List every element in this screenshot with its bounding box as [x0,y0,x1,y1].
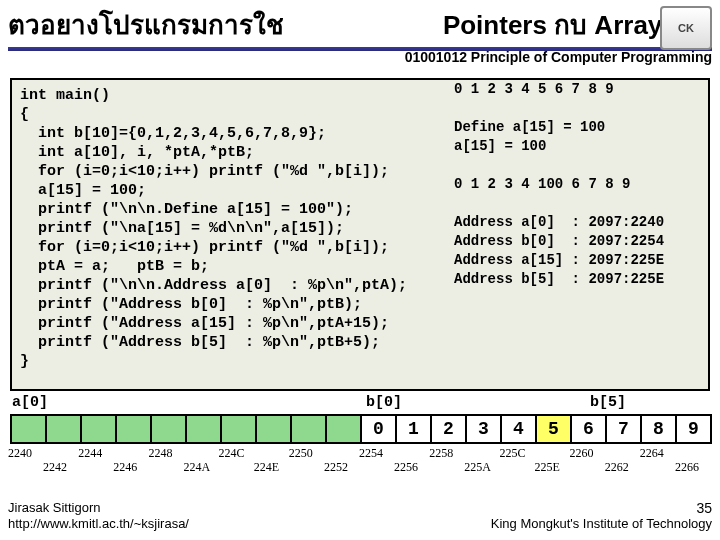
memory-cell: 4 [500,414,535,444]
memory-cell [45,414,80,444]
memory-cell [255,414,290,444]
footer-left: Jirasak Sittigorn http://www.kmitl.ac.th… [8,500,189,532]
address-label: 2264 [640,446,664,461]
address-label: 225C [499,446,525,461]
memory-cell [150,414,185,444]
author-url: http://www.kmitl.ac.th/~ksjirasa/ [8,516,189,532]
label-b5: b[5] [590,394,626,411]
memory-cell: 1 [395,414,430,444]
label-a0: a[0] [12,394,48,411]
address-label: 224E [254,460,279,475]
footer-right: 35 King Mongkut's Institute of Technolog… [491,500,712,532]
address-label: 2240 [8,446,32,461]
address-label: 2260 [570,446,594,461]
memory-cell [220,414,255,444]
address-label: 2246 [113,460,137,475]
memory-cell [115,414,150,444]
memory-cell: 5 [535,414,570,444]
memory-cell [325,414,360,444]
memory-cell: 7 [605,414,640,444]
memory-cell: 8 [640,414,675,444]
address-label: 2242 [43,460,67,475]
address-label: 2250 [289,446,313,461]
memory-cell [185,414,220,444]
course-code: 01001012 Principle of Computer Programmi… [0,49,720,65]
memory-cell [10,414,45,444]
author-name: Jirasak Sittigorn [8,500,189,516]
memory-row: 0123456789 [10,414,712,444]
logo-badge: CK [660,6,712,50]
memory-cell: 3 [465,414,500,444]
address-label: 224A [184,460,211,475]
memory-cell: 9 [675,414,712,444]
address-label: 2244 [78,446,102,461]
memory-cell [80,414,115,444]
title-right-main: Pointers กบ Arrays [443,10,677,40]
address-label: 2252 [324,460,348,475]
memory-cell: 0 [360,414,395,444]
label-b0: b[0] [366,394,402,411]
title-left: ตวอยางโปรแกรมการใช [8,4,284,45]
address-label: 2266 [675,460,699,475]
address-label: 2256 [394,460,418,475]
address-label: 2262 [605,460,629,475]
address-label: 224C [219,446,245,461]
memory-cell [290,414,325,444]
address-label: 2258 [429,446,453,461]
institution: King Mongkut's Institute of Technology [491,516,712,532]
program-output: 0 1 2 3 4 5 6 7 8 9 Define a[15] = 100 a… [454,80,704,289]
memory-cell: 6 [570,414,605,444]
address-label: 2254 [359,446,383,461]
memory-cell: 2 [430,414,465,444]
address-label: 225A [464,460,491,475]
address-label: 2248 [148,446,172,461]
address-label: 225E [535,460,560,475]
page-number: 35 [491,500,712,516]
